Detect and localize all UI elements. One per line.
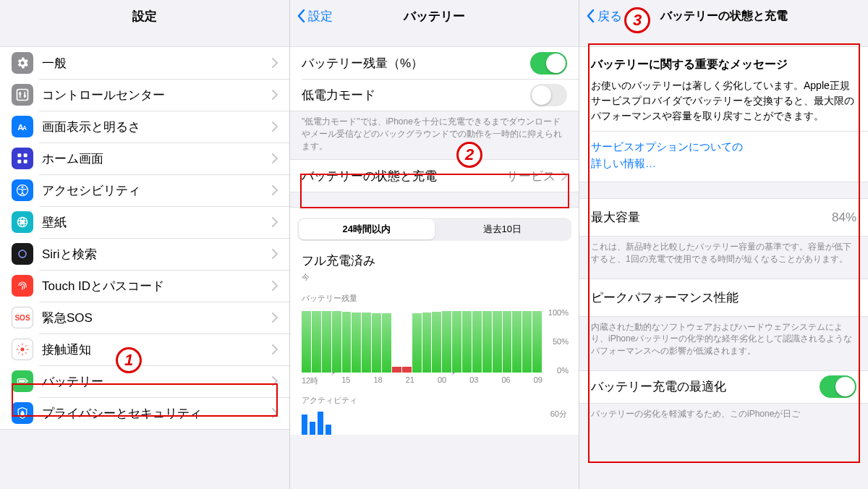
siri-icon [12,243,33,265]
settings-row-accessibility[interactable]: アクセシビリティ [0,174,289,206]
important-message-card: バッテリーに関する重要なメッセージ お使いのバッテリーは著しく劣化しています。A… [579,46,868,182]
settings-row-home-screen[interactable]: ホーム画面 [0,143,289,174]
optimized-charging-card: バッテリー充電の最適化 [579,370,868,404]
svg-text:A: A [22,124,27,132]
chevron-right-icon [561,171,567,181]
wallpaper-icon [12,211,33,233]
svg-line-25 [18,345,20,346]
home-screen-icon [12,148,33,169]
chevron-right-icon [272,217,278,227]
svg-point-13 [21,221,25,224]
svg-point-17 [17,248,29,260]
svg-line-28 [25,345,27,346]
activity-label: アクティビティ [290,391,579,406]
settings-row-siri[interactable]: Siriと検索 [0,238,289,270]
message-body: お使いのバッテリーは著しく劣化しています。Apple正規サービスプロバイダでバッ… [579,78,868,131]
battery-health-group: バッテリーの状態と充電 サービス [290,159,579,192]
seg-10d[interactable]: 過去10日 [435,219,571,239]
settings-row-exposure[interactable]: 接触通知 [0,333,289,365]
optimized-charging-row[interactable]: バッテリー充電の最適化 [579,371,868,403]
chevron-right-icon [272,249,278,259]
settings-row-touchid[interactable]: Touch IDとパスコード [0,270,289,302]
page-title: バッテリー [404,8,465,25]
accessibility-icon [12,179,33,201]
nav-bar: 設定 [0,0,289,32]
general-icon [12,52,33,74]
full-charge-time: 今 [290,269,579,290]
chevron-right-icon [272,153,278,163]
back-button[interactable]: 戻る [587,8,622,25]
chevron-right-icon [272,281,278,291]
svg-line-27 [18,352,20,354]
chevron-right-icon [272,90,278,100]
chevron-right-icon [272,185,278,195]
battery-health-screen: 戻る バッテリーの状態と充電 バッテリーに関する重要なメッセージ お使いのバッテ… [579,0,868,489]
svg-rect-9 [17,160,21,163]
svg-point-4 [24,95,26,97]
page-title: バッテリーの状態と充電 [660,9,788,24]
svg-rect-10 [24,160,27,163]
seg-24h[interactable]: 24時間以内 [299,219,435,239]
svg-point-2 [19,93,21,95]
chevron-left-icon [587,9,595,22]
privacy-icon [12,402,33,424]
chart-section-label: バッテリー残量 [290,290,579,304]
chevron-right-icon [272,408,278,418]
peak-performance-label: ピークパフォーマンス性能 [579,279,868,316]
peak-performance-note: 内蔵された動的なソフトウェアおよびハードウェアシステムにより、iPhoneバッテ… [579,317,868,357]
svg-point-20 [21,348,25,352]
full-charge-label: フル充電済み [290,245,579,269]
battery-group-1: バッテリー残量（%） 低電力モード [290,46,579,111]
svg-rect-31 [19,380,25,382]
nav-bar: 設定 バッテリー [290,0,579,32]
chevron-left-icon [297,9,305,22]
max-capacity-note: これは、新品時と比較したバッテリー容量の基準です。容量が低下すると、1回の充電で… [579,237,868,265]
svg-rect-0 [17,90,28,101]
battery-percentage-toggle[interactable] [530,52,567,75]
svg-rect-8 [24,153,27,157]
peak-performance-card: ピークパフォーマンス性能 [579,278,868,317]
message-title: バッテリーに関する重要なメッセージ [579,47,868,78]
settings-list: 一般コントロールセンターAA画面表示と明るさホーム画面アクセシビリティ壁紙Sir… [0,46,289,430]
svg-point-12 [22,186,24,188]
battery-percentage-row[interactable]: バッテリー残量（%） [290,47,579,79]
battery-level-chart: 100% 50% 0% ⚡︎⚡︎ 12時15182100030609 [290,304,579,391]
svg-rect-7 [17,153,21,157]
settings-row-display[interactable]: AA画面表示と明るさ [0,111,289,143]
settings-row-sos[interactable]: SOS緊急SOS [0,302,289,333]
svg-line-26 [25,352,27,354]
optimized-charging-toggle[interactable] [820,375,856,398]
settings-row-wallpaper[interactable]: 壁紙 [0,206,289,238]
max-capacity-card: 最大容量 84% [579,198,868,237]
chevron-right-icon [272,344,278,354]
control-center-icon [12,84,33,106]
back-button[interactable]: 設定 [297,8,333,25]
chevron-right-icon [272,312,278,323]
exposure-icon [12,339,33,360]
settings-row-privacy[interactable]: プライバシーとセキュリティ [0,397,289,429]
touchid-icon [12,275,33,297]
display-icon: AA [12,116,33,137]
settings-screen: 設定 一般コントロールセンターAA画面表示と明るさホーム画面アクセシビリティ壁紙… [0,0,289,489]
settings-row-battery[interactable]: バッテリー [0,365,289,397]
low-power-footnote: "低電力モード"では、iPhoneを十分に充電できるまでダウンロードやメール受信… [290,111,579,152]
chevron-right-icon [272,376,278,386]
battery-icon [12,370,33,392]
time-range-segmented[interactable]: 24時間以内 過去10日 [297,218,571,241]
page-title: 設定 [132,8,157,25]
nav-bar: 戻る バッテリーの状態と充電 [579,0,868,32]
service-options-link[interactable]: サービスオプションについての 詳しい情報… [579,132,868,182]
sos-icon: SOS [12,307,33,328]
optimized-charging-note: バッテリーの劣化を軽減するため、このiPhoneが日ご [579,404,868,420]
low-power-mode-toggle[interactable] [530,84,567,106]
max-capacity-value: 84% [832,211,856,225]
chevron-right-icon [272,58,278,68]
battery-health-row[interactable]: バッテリーの状態と充電 サービス [290,160,579,192]
chevron-right-icon [272,122,278,132]
max-capacity-row: 最大容量 84% [579,199,868,236]
settings-row-control-center[interactable]: コントロールセンター [0,79,289,111]
battery-screen: 設定 バッテリー バッテリー残量（%） 低電力モード "低電力モード"では、iP… [289,0,579,489]
svg-rect-30 [27,380,28,382]
low-power-mode-row[interactable]: 低電力モード [290,79,579,111]
settings-row-general[interactable]: 一般 [0,47,289,79]
